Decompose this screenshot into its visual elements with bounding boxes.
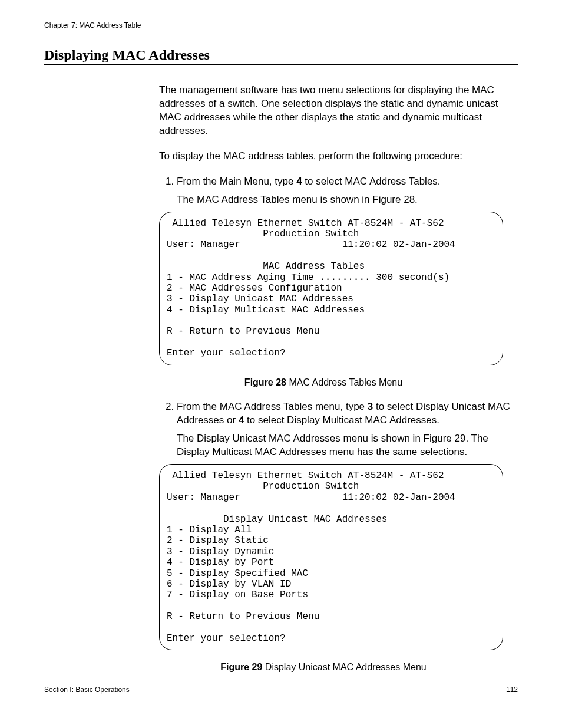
step-2-sub: The Display Unicast MAC Addresses menu i… [177, 432, 516, 459]
section-heading: Displaying MAC Addresses [44, 47, 518, 65]
intro-paragraph-1: The management software has two menu sel… [159, 84, 516, 138]
figure-29-caption: Figure 29 Display Unicast MAC Addresses … [159, 661, 488, 674]
figure-28-caption: Figure 28 MAC Address Tables Menu [159, 376, 488, 389]
step-2-text-pre: From the MAC Address Tables menu, type [177, 401, 368, 412]
step-1-sub: The MAC Address Tables menu is shown in … [177, 193, 516, 207]
body-column: The management software has two menu sel… [159, 84, 516, 674]
figure-29-label: Figure 29 [220, 662, 262, 672]
document-page: Chapter 7: MAC Address Table Displaying … [0, 0, 562, 728]
step-1-bold: 4 [296, 176, 302, 187]
terminal-output-1: Allied Telesyn Ethernet Switch AT-8524M … [159, 212, 503, 365]
step-2-text-post: to select Display Multicast MAC Addresse… [244, 414, 439, 426]
step-1-text-pre: From the Main Menu, type [177, 176, 296, 187]
footer-page-number: 112 [506, 686, 518, 694]
step-2: From the MAC Address Tables menu, type 3… [177, 400, 516, 674]
procedure-steps: From the Main Menu, type 4 to select MAC… [159, 175, 516, 674]
terminal-output-2: Allied Telesyn Ethernet Switch AT-8524M … [159, 464, 503, 650]
figure-28-text: MAC Address Tables Menu [286, 377, 402, 387]
figure-28-label: Figure 28 [244, 377, 286, 387]
chapter-header: Chapter 7: MAC Address Table [44, 21, 518, 29]
step-1-text-post: to select MAC Address Tables. [302, 176, 441, 187]
figure-29-text: Display Unicast MAC Addresses Menu [262, 662, 426, 672]
step-1: From the Main Menu, type 4 to select MAC… [177, 175, 516, 389]
intro-paragraph-2: To display the MAC address tables, perfo… [159, 150, 516, 163]
footer-section: Section I: Basic Operations [44, 686, 130, 694]
step-2-bold-2: 4 [239, 414, 244, 426]
step-2-bold-1: 3 [368, 401, 373, 412]
